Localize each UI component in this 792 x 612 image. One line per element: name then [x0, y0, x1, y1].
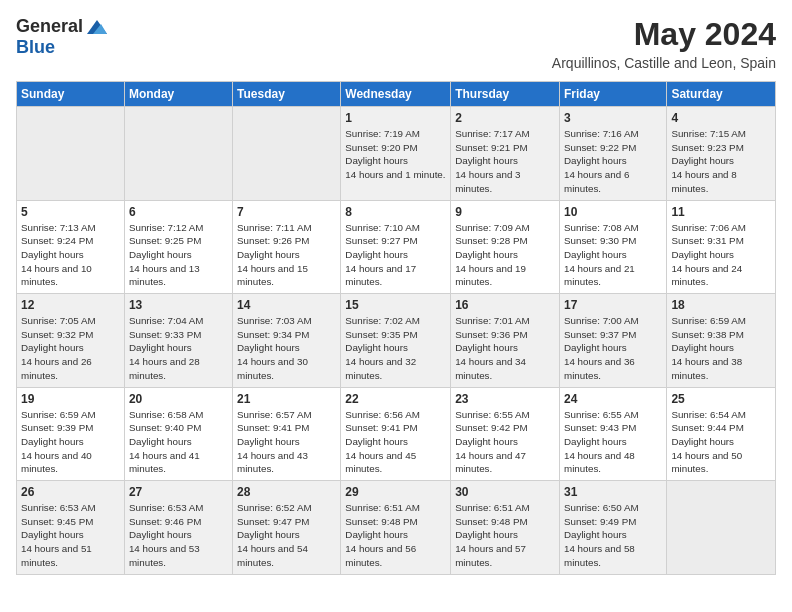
day-info: Sunrise: 7:09 AMSunset: 9:28 PMDaylight …: [455, 221, 555, 290]
weekday-header-sunday: Sunday: [17, 82, 125, 107]
day-info: Sunrise: 7:01 AMSunset: 9:36 PMDaylight …: [455, 314, 555, 383]
day-info: Sunrise: 6:53 AMSunset: 9:45 PMDaylight …: [21, 501, 120, 570]
day-number: 13: [129, 298, 228, 312]
day-number: 5: [21, 205, 120, 219]
calendar-cell: 20Sunrise: 6:58 AMSunset: 9:40 PMDayligh…: [124, 387, 232, 481]
calendar-cell: 24Sunrise: 6:55 AMSunset: 9:43 PMDayligh…: [559, 387, 666, 481]
day-number: 21: [237, 392, 336, 406]
day-number: 10: [564, 205, 662, 219]
calendar-cell: 4Sunrise: 7:15 AMSunset: 9:23 PMDaylight…: [667, 107, 776, 201]
calendar-cell: [124, 107, 232, 201]
calendar-cell: 8Sunrise: 7:10 AMSunset: 9:27 PMDaylight…: [341, 200, 451, 294]
day-info: Sunrise: 7:08 AMSunset: 9:30 PMDaylight …: [564, 221, 662, 290]
calendar: SundayMondayTuesdayWednesdayThursdayFrid…: [16, 81, 776, 575]
calendar-cell: 10Sunrise: 7:08 AMSunset: 9:30 PMDayligh…: [559, 200, 666, 294]
day-info: Sunrise: 6:59 AMSunset: 9:38 PMDaylight …: [671, 314, 771, 383]
day-info: Sunrise: 7:12 AMSunset: 9:25 PMDaylight …: [129, 221, 228, 290]
calendar-cell: 12Sunrise: 7:05 AMSunset: 9:32 PMDayligh…: [17, 294, 125, 388]
weekday-header-friday: Friday: [559, 82, 666, 107]
calendar-cell: 27Sunrise: 6:53 AMSunset: 9:46 PMDayligh…: [124, 481, 232, 575]
day-number: 16: [455, 298, 555, 312]
calendar-cell: [233, 107, 341, 201]
day-info: Sunrise: 6:58 AMSunset: 9:40 PMDaylight …: [129, 408, 228, 477]
day-number: 2: [455, 111, 555, 125]
day-number: 3: [564, 111, 662, 125]
week-row-3: 12Sunrise: 7:05 AMSunset: 9:32 PMDayligh…: [17, 294, 776, 388]
day-number: 8: [345, 205, 446, 219]
week-row-1: 1Sunrise: 7:19 AMSunset: 9:20 PMDaylight…: [17, 107, 776, 201]
day-info: Sunrise: 7:19 AMSunset: 9:20 PMDaylight …: [345, 127, 446, 182]
logo-blue: Blue: [16, 37, 55, 57]
day-number: 23: [455, 392, 555, 406]
day-info: Sunrise: 6:55 AMSunset: 9:42 PMDaylight …: [455, 408, 555, 477]
day-number: 7: [237, 205, 336, 219]
calendar-cell: 30Sunrise: 6:51 AMSunset: 9:48 PMDayligh…: [451, 481, 560, 575]
calendar-cell: 9Sunrise: 7:09 AMSunset: 9:28 PMDaylight…: [451, 200, 560, 294]
day-number: 27: [129, 485, 228, 499]
calendar-cell: 28Sunrise: 6:52 AMSunset: 9:47 PMDayligh…: [233, 481, 341, 575]
week-row-2: 5Sunrise: 7:13 AMSunset: 9:24 PMDaylight…: [17, 200, 776, 294]
calendar-cell: 17Sunrise: 7:00 AMSunset: 9:37 PMDayligh…: [559, 294, 666, 388]
day-number: 15: [345, 298, 446, 312]
day-info: Sunrise: 6:50 AMSunset: 9:49 PMDaylight …: [564, 501, 662, 570]
day-info: Sunrise: 7:02 AMSunset: 9:35 PMDaylight …: [345, 314, 446, 383]
calendar-cell: 25Sunrise: 6:54 AMSunset: 9:44 PMDayligh…: [667, 387, 776, 481]
day-info: Sunrise: 7:05 AMSunset: 9:32 PMDaylight …: [21, 314, 120, 383]
day-number: 18: [671, 298, 771, 312]
day-info: Sunrise: 7:17 AMSunset: 9:21 PMDaylight …: [455, 127, 555, 196]
calendar-cell: 22Sunrise: 6:56 AMSunset: 9:41 PMDayligh…: [341, 387, 451, 481]
day-number: 9: [455, 205, 555, 219]
day-number: 14: [237, 298, 336, 312]
logo-icon: [85, 18, 107, 36]
calendar-cell: 14Sunrise: 7:03 AMSunset: 9:34 PMDayligh…: [233, 294, 341, 388]
weekday-header-row: SundayMondayTuesdayWednesdayThursdayFrid…: [17, 82, 776, 107]
calendar-cell: [667, 481, 776, 575]
day-info: Sunrise: 7:04 AMSunset: 9:33 PMDaylight …: [129, 314, 228, 383]
calendar-cell: 15Sunrise: 7:02 AMSunset: 9:35 PMDayligh…: [341, 294, 451, 388]
day-info: Sunrise: 6:55 AMSunset: 9:43 PMDaylight …: [564, 408, 662, 477]
day-info: Sunrise: 7:00 AMSunset: 9:37 PMDaylight …: [564, 314, 662, 383]
day-info: Sunrise: 6:53 AMSunset: 9:46 PMDaylight …: [129, 501, 228, 570]
header: General Blue May 2024 Arquillinos, Casti…: [16, 16, 776, 71]
subtitle: Arquillinos, Castille and Leon, Spain: [552, 55, 776, 71]
calendar-cell: 16Sunrise: 7:01 AMSunset: 9:36 PMDayligh…: [451, 294, 560, 388]
day-info: Sunrise: 6:51 AMSunset: 9:48 PMDaylight …: [345, 501, 446, 570]
day-number: 12: [21, 298, 120, 312]
day-number: 4: [671, 111, 771, 125]
weekday-header-tuesday: Tuesday: [233, 82, 341, 107]
day-info: Sunrise: 7:03 AMSunset: 9:34 PMDaylight …: [237, 314, 336, 383]
day-number: 24: [564, 392, 662, 406]
day-number: 17: [564, 298, 662, 312]
weekday-header-monday: Monday: [124, 82, 232, 107]
calendar-cell: 26Sunrise: 6:53 AMSunset: 9:45 PMDayligh…: [17, 481, 125, 575]
day-number: 26: [21, 485, 120, 499]
calendar-cell: 19Sunrise: 6:59 AMSunset: 9:39 PMDayligh…: [17, 387, 125, 481]
day-number: 11: [671, 205, 771, 219]
day-info: Sunrise: 6:54 AMSunset: 9:44 PMDaylight …: [671, 408, 771, 477]
day-info: Sunrise: 7:11 AMSunset: 9:26 PMDaylight …: [237, 221, 336, 290]
calendar-cell: 11Sunrise: 7:06 AMSunset: 9:31 PMDayligh…: [667, 200, 776, 294]
day-number: 28: [237, 485, 336, 499]
calendar-cell: 31Sunrise: 6:50 AMSunset: 9:49 PMDayligh…: [559, 481, 666, 575]
day-number: 19: [21, 392, 120, 406]
day-number: 30: [455, 485, 555, 499]
day-number: 6: [129, 205, 228, 219]
calendar-cell: 21Sunrise: 6:57 AMSunset: 9:41 PMDayligh…: [233, 387, 341, 481]
day-info: Sunrise: 6:59 AMSunset: 9:39 PMDaylight …: [21, 408, 120, 477]
calendar-cell: 5Sunrise: 7:13 AMSunset: 9:24 PMDaylight…: [17, 200, 125, 294]
day-number: 31: [564, 485, 662, 499]
day-number: 29: [345, 485, 446, 499]
day-info: Sunrise: 6:57 AMSunset: 9:41 PMDaylight …: [237, 408, 336, 477]
weekday-header-thursday: Thursday: [451, 82, 560, 107]
calendar-cell: 18Sunrise: 6:59 AMSunset: 9:38 PMDayligh…: [667, 294, 776, 388]
month-title: May 2024: [552, 16, 776, 53]
day-number: 20: [129, 392, 228, 406]
day-info: Sunrise: 6:56 AMSunset: 9:41 PMDaylight …: [345, 408, 446, 477]
logo: General Blue: [16, 16, 107, 58]
calendar-cell: 1Sunrise: 7:19 AMSunset: 9:20 PMDaylight…: [341, 107, 451, 201]
day-number: 25: [671, 392, 771, 406]
day-info: Sunrise: 6:51 AMSunset: 9:48 PMDaylight …: [455, 501, 555, 570]
calendar-cell: 2Sunrise: 7:17 AMSunset: 9:21 PMDaylight…: [451, 107, 560, 201]
day-info: Sunrise: 7:15 AMSunset: 9:23 PMDaylight …: [671, 127, 771, 196]
weekday-header-saturday: Saturday: [667, 82, 776, 107]
